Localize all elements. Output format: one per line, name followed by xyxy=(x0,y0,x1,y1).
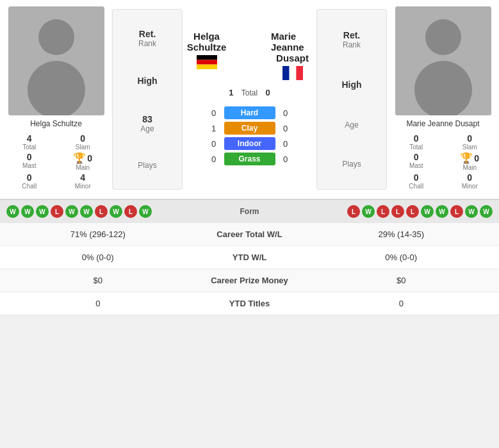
p1-header-name-line2: Schultze xyxy=(187,42,227,53)
indoor-left: 0 xyxy=(208,139,220,149)
indoor-row: 0 Indoor 0 xyxy=(185,137,314,150)
player1-minor-label: Minor xyxy=(75,183,91,190)
total-left: 1 xyxy=(225,88,238,97)
player2-total-label: Total xyxy=(409,144,423,151)
player1-age-label: Age xyxy=(140,124,154,133)
form-badge-p1: W xyxy=(139,205,152,218)
player1-total-cell: 4 Total xyxy=(5,133,54,151)
player1-plays-item: Plays xyxy=(138,161,156,170)
form-center-label: Form xyxy=(218,207,282,216)
hard-row: 0 Hard 0 xyxy=(185,106,314,119)
player1-trophy-row: 🏆 0 xyxy=(73,152,92,164)
player1-avatar xyxy=(8,6,104,115)
clay-button: Clay xyxy=(224,122,275,135)
indoor-button: Indoor xyxy=(224,137,275,150)
form-badge-p2: L xyxy=(406,205,419,218)
career-wl-row: 71% (296-122) Career Total W/L 29% (14-3… xyxy=(0,223,499,246)
p1-flag xyxy=(197,55,217,72)
prize-right: $0 xyxy=(314,276,489,285)
form-left: WWWLWWLWLW xyxy=(6,205,218,218)
p1-header: Helga Schultze xyxy=(185,31,228,72)
grass-button: Grass xyxy=(224,153,275,165)
titles-right: 0 xyxy=(314,299,489,308)
form-badge-p2: L xyxy=(377,205,389,218)
player2-chall-cell: 0 Chall xyxy=(392,172,441,190)
player2-trophy-icon: 🏆 xyxy=(460,152,473,164)
p2-header-name-line1: Marie Jeanne xyxy=(271,31,314,53)
player2-mast-cell: 0 Mast xyxy=(392,152,441,171)
player2-slam-value: 0 xyxy=(467,133,472,144)
total-right: 0 xyxy=(261,88,274,97)
p2-header: Marie Jeanne Dusapt xyxy=(271,31,314,83)
titles-left: 0 xyxy=(10,299,186,308)
player1-rank-label: Rank xyxy=(138,39,156,48)
player1-info-panel: Ret. Rank High 83 Age Plays xyxy=(112,9,183,190)
prize-left: $0 xyxy=(10,276,186,285)
indoor-right: 0 xyxy=(279,139,292,149)
p2-flag xyxy=(282,66,303,83)
titles-label: YTD Titles xyxy=(186,299,314,308)
player1-slam-label: Slam xyxy=(76,144,90,151)
form-badge-p2: L xyxy=(391,205,404,218)
player1-mast-value: 0 xyxy=(27,152,32,162)
form-badge-p2: W xyxy=(480,205,493,218)
form-right: LWLLLWWLWW xyxy=(282,205,493,218)
grass-row: 0 Grass 0 xyxy=(185,153,314,165)
player1-name: Helga Schultze xyxy=(30,119,82,128)
player1-mast-cell: 0 Mast xyxy=(5,152,54,171)
svg-rect-3 xyxy=(197,55,217,60)
player2-avatar xyxy=(395,6,491,115)
player1-main-label: Main xyxy=(76,164,90,171)
form-badge-p2: W xyxy=(436,205,448,218)
player1-rank-value: Ret. xyxy=(139,29,156,39)
player2-total-value: 0 xyxy=(414,133,419,144)
form-badge-p1: W xyxy=(65,205,78,218)
form-badge-p1: L xyxy=(124,205,137,218)
player1-silhouette xyxy=(8,6,104,115)
player1-total-label: Total xyxy=(22,144,36,151)
player1-slam-value: 0 xyxy=(80,133,85,144)
clay-row: 1 Clay 0 xyxy=(185,122,314,135)
titles-row: 0 YTD Titles 0 xyxy=(0,292,499,315)
player2-slam-label: Slam xyxy=(462,144,477,151)
player2-mast-label: Mast xyxy=(409,162,423,169)
form-badge-p1: W xyxy=(6,205,19,218)
form-badge-p2: W xyxy=(362,205,375,218)
main-container: Helga Schultze 4 Total 0 Slam 0 Mast 🏆 xyxy=(0,0,499,315)
svg-point-1 xyxy=(38,19,74,55)
player1-chall-cell: 0 Chall xyxy=(5,172,54,190)
player1-age-item: 83 Age xyxy=(140,114,154,133)
svg-point-10 xyxy=(425,19,461,55)
player2-plays-item: Plays xyxy=(342,160,361,169)
p1-header-name-line1: Helga xyxy=(193,31,220,42)
svg-rect-4 xyxy=(197,60,217,64)
player2-minor-cell: 0 Minor xyxy=(446,172,495,190)
player2-chall-label: Chall xyxy=(409,183,423,190)
center-area: Helga Schultze Marie Jeanne Dusapt xyxy=(183,6,316,192)
player1-high-value: High xyxy=(137,76,157,86)
stats-table: 71% (296-122) Career Total W/L 29% (14-3… xyxy=(0,223,499,315)
prize-row: $0 Career Prize Money $0 xyxy=(0,269,499,292)
player1-chall-value: 0 xyxy=(27,172,32,183)
player2-rank-label: Rank xyxy=(343,40,361,49)
player2-trophy-row: 🏆 0 xyxy=(460,152,479,164)
player1-high-item: High xyxy=(137,76,157,86)
player2-card: Marie Jeanne Dusapt 0 Total 0 Slam 0 Mas… xyxy=(387,6,499,192)
ytd-wl-row: 0% (0-0) YTD W/L 0% (0-0) xyxy=(0,246,499,269)
player2-age-label: Age xyxy=(345,120,358,129)
player2-rank-item: Ret. Rank xyxy=(343,30,361,49)
form-badge-p1: W xyxy=(21,205,34,218)
player2-mast-value: 0 xyxy=(414,152,419,162)
player2-minor-label: Minor xyxy=(462,183,478,190)
grass-left: 0 xyxy=(208,154,220,164)
player2-slam-cell: 0 Slam xyxy=(446,133,495,151)
total-row: 1 Total 0 xyxy=(225,88,274,97)
form-badge-p2: W xyxy=(465,205,478,218)
ytd-wl-label: YTD W/L xyxy=(186,253,314,262)
prize-label: Career Prize Money xyxy=(186,276,314,285)
player2-chall-value: 0 xyxy=(414,172,419,183)
player1-minor-value: 4 xyxy=(80,172,85,183)
svg-rect-7 xyxy=(289,66,296,80)
surface-rows: 0 Hard 0 1 Clay 0 0 Indoor 0 0 Grass xyxy=(185,104,314,168)
ytd-wl-left: 0% (0-0) xyxy=(10,253,186,262)
